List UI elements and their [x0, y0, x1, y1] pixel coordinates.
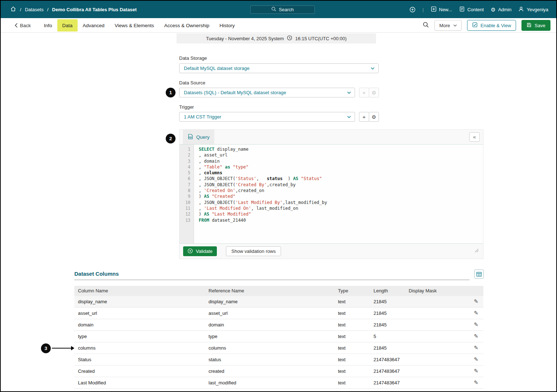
column-settings-button[interactable]	[474, 270, 484, 279]
chevron-left-icon	[15, 23, 18, 28]
cell-type: text	[338, 334, 346, 339]
sql-code[interactable]: SELECT display_name, asset_url, domain, …	[194, 145, 483, 243]
tab-access-ownership[interactable]: Access & Ownership	[159, 18, 215, 33]
table-row: Createdcreatedtext2147483647✎	[74, 366, 483, 377]
breadcrumb-separator: /	[20, 7, 21, 12]
cell-ref: type	[209, 334, 218, 339]
query-tab[interactable]: SQL Query	[183, 130, 214, 144]
edit-row-icon[interactable]: ✎	[474, 298, 478, 305]
breadcrumb-datasets[interactable]: Datasets	[25, 7, 44, 12]
tab-history[interactable]: History	[214, 18, 240, 33]
global-search-input[interactable]: Search	[250, 5, 315, 14]
breadcrumb-dataset-title: Demo Collibra All Tables Plus Dataset	[52, 7, 137, 12]
cell-ref: last_modified	[209, 380, 236, 385]
back-label: Back	[20, 23, 31, 28]
admin-label: Admin	[498, 7, 512, 12]
show-validation-rows-button[interactable]: Show validation rows	[226, 246, 281, 256]
add-data-source-button: +	[359, 88, 369, 97]
edit-row-icon[interactable]: ✎	[474, 345, 478, 351]
table-columns-icon	[476, 271, 482, 277]
line-numbers: 12345678910111213	[180, 145, 194, 243]
topbar-actions: | New... Content ⚙ Admin	[409, 1, 548, 18]
cell-ref: columns	[209, 345, 226, 351]
topbar-divider: |	[422, 7, 424, 12]
cell-type: text	[338, 322, 346, 328]
validate-label: Validate	[196, 249, 213, 254]
add-trigger-button[interactable]: +	[359, 112, 369, 122]
cell-length: 21845	[374, 322, 387, 328]
cell-name: Status	[78, 357, 91, 362]
enable-view-button[interactable]: Enable & View	[467, 20, 516, 31]
columns-table-body: display_namedisplay_nametext21845✎asset_…	[74, 296, 483, 389]
collapse-panel-button[interactable]: «	[469, 132, 480, 142]
cell-type: text	[338, 345, 346, 351]
header-length: Length	[374, 288, 388, 293]
save-label: Save	[535, 23, 545, 28]
save-button[interactable]: Save	[521, 20, 550, 31]
header-column-name: Column Name	[78, 288, 108, 293]
cell-ref: asset_url	[209, 310, 228, 316]
new-icon	[431, 6, 437, 13]
breadcrumb: / Datasets / Demo Collibra All Tables Pl…	[10, 6, 137, 13]
annotation-1: 1	[166, 88, 176, 97]
new-button[interactable]: New...	[431, 6, 452, 13]
chevron-down-icon	[453, 24, 457, 27]
content-button[interactable]: Content	[459, 6, 484, 13]
updates-icon[interactable]	[409, 7, 416, 13]
data-source-label: Data Source	[179, 80, 205, 86]
cell-length: 2147483647	[374, 380, 400, 385]
edit-row-icon[interactable]: ✎	[474, 321, 478, 328]
new-label: New...	[439, 7, 452, 12]
annotation-3: 3	[41, 343, 51, 353]
user-label: Yevgeniya	[527, 7, 548, 12]
dataset-toolbar: Back InfoDataAdvancedViews & ElementsAcc…	[1, 18, 556, 33]
admin-button[interactable]: ⚙ Admin	[491, 7, 511, 12]
table-row: display_namedisplay_nametext21845✎	[74, 296, 483, 308]
home-icon[interactable]	[10, 6, 16, 13]
cell-type: text	[338, 357, 346, 362]
toolbar-search-icon[interactable]	[423, 22, 429, 29]
data-storage-select[interactable]: Default MySQL dataset storage	[179, 63, 379, 73]
save-icon	[527, 22, 532, 29]
table-row: columnscolumnstext21845✎	[74, 342, 483, 354]
tab-advanced[interactable]: Advanced	[78, 18, 110, 33]
trigger-select[interactable]: 1 AM CST Trigger	[179, 112, 355, 122]
data-storage-value: Default MySQL dataset storage	[184, 66, 249, 71]
tab-info[interactable]: Info	[39, 18, 57, 33]
checkbox-check-icon	[472, 22, 478, 29]
validate-button[interactable]: Validate	[183, 246, 217, 256]
user-icon	[518, 6, 524, 13]
chevron-down-icon	[347, 116, 351, 118]
edit-row-icon[interactable]: ✎	[474, 379, 478, 386]
cell-type: text	[338, 380, 346, 385]
back-button[interactable]: Back	[15, 23, 31, 28]
table-row: asset_urlasset_urltext21845✎	[74, 308, 483, 319]
header-display-mask: Display Mask	[409, 288, 437, 293]
edit-row-icon[interactable]: ✎	[474, 356, 478, 363]
edit-row-icon[interactable]: ✎	[474, 333, 478, 339]
cell-name: display_name	[78, 299, 107, 304]
trigger-settings-button[interactable]: ⚙	[369, 112, 379, 122]
edit-row-icon[interactable]: ✎	[474, 368, 478, 374]
table-row: Statusstatustext2147483647✎	[74, 354, 483, 366]
sql-editor[interactable]: 12345678910111213 SELECT display_name, a…	[180, 144, 483, 244]
cell-ref: display_name	[209, 299, 238, 304]
annotation-3-arrow-head	[71, 346, 74, 350]
more-button[interactable]: More	[434, 20, 462, 31]
tab-data[interactable]: Data	[57, 19, 78, 32]
plus-icon: +	[363, 114, 366, 120]
query-tab-label: Query	[196, 134, 210, 140]
resize-handle-icon[interactable]	[475, 247, 479, 254]
columns-table: Column Name Reference Name Type Length D…	[74, 286, 483, 389]
breadcrumb-separator: /	[47, 7, 49, 12]
cell-ref: status	[209, 357, 221, 362]
plus-icon: +	[363, 89, 366, 96]
user-menu[interactable]: Yevgeniya	[518, 6, 548, 13]
chevron-down-icon	[371, 67, 375, 70]
edit-row-icon[interactable]: ✎	[474, 310, 478, 316]
query-panel: SQL Query « 12345678910111213 SELECT dis…	[179, 129, 483, 259]
cell-type: text	[338, 368, 346, 374]
data-source-select[interactable]: Datasets (SQL) - Default MySQL dataset s…	[179, 88, 355, 97]
content-icon	[459, 6, 465, 13]
tab-views-elements[interactable]: Views & Elements	[110, 18, 159, 33]
